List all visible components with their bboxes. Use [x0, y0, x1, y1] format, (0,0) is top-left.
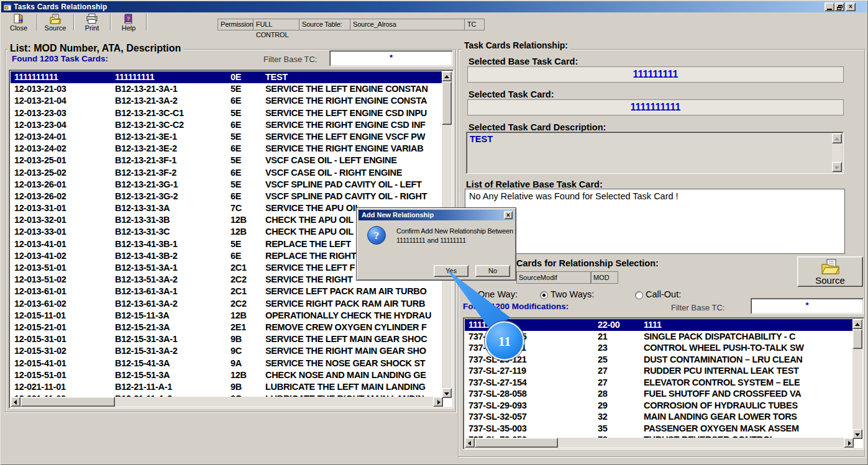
selection-source-button[interactable]: Source [797, 256, 863, 287]
scroll-left-button[interactable] [465, 438, 475, 448]
table-row[interactable]: 12-015-21-01B12-15-21-3A2E1REMOVE CREW O… [11, 322, 443, 333]
cell-tc: B12-15-21-3A [115, 322, 231, 333]
dialog-message-line1: Confirm Add New Relationship Between : [396, 227, 517, 235]
table-row[interactable]: 12-013-25-02B12-13-21-3F-26EVSCF CASE OI… [11, 167, 443, 179]
source-button-label: Source [45, 24, 66, 32]
scroll-right-button[interactable] [433, 397, 443, 407]
cell-ata: 22-00 [598, 319, 644, 331]
help-button[interactable]: ? Help [114, 13, 144, 32]
scroll-up-button[interactable] [832, 133, 842, 143]
restore-button[interactable] [834, 2, 844, 11]
table-row[interactable]: 737-SL-32-05732MAIN LANDING GEAR LOWER T… [465, 411, 854, 423]
selection-source-type-cell: MOD [591, 271, 618, 284]
step-annotation: 11 [427, 256, 534, 367]
source-folder-icon [49, 14, 62, 24]
table-row[interactable]: 737-SL-35-00335PASSENGER OXYGEN MASK ASS… [465, 423, 854, 435]
annotation-tail [447, 269, 511, 329]
scroll-thumb[interactable] [21, 397, 115, 407]
radio-two-ways[interactable] [540, 291, 548, 299]
cell-mod: 12-013-41-01 [11, 238, 115, 250]
table-row[interactable]: 12-013-61-02B12-13-61-3A-22C2SERVICE RIG… [11, 298, 443, 310]
cell-tc: B12-15-51-3A [115, 369, 231, 381]
cell-desc: 1111 [644, 319, 854, 331]
close-button[interactable]: Close [4, 13, 34, 32]
table-row[interactable]: 12-021-11-01B12-21-11-A-19BLUBRICATE THE… [11, 381, 443, 393]
cell-desc: ELEVATOR CONTROL SYSTEM – ELE [644, 377, 854, 389]
cell-desc: DUST CONTAMINATION – LRU CLEAN [644, 354, 854, 366]
left-hscrollbar[interactable] [11, 397, 443, 407]
filter-base-tc-input[interactable]: * [329, 50, 453, 66]
table-row[interactable]: 737-SL-29-09329CORROSION OF HYDRAULIC TU… [465, 400, 854, 412]
cell-ata: 0E [231, 71, 265, 83]
scroll-up-button[interactable] [852, 319, 862, 329]
close-button-label: Close [10, 24, 27, 32]
cell-mod: 12-015-11-01 [11, 310, 115, 322]
printer-icon [86, 14, 98, 24]
source-button[interactable]: Source [40, 13, 70, 32]
scroll-down-button[interactable] [442, 388, 452, 398]
cell-mod: 12-013-26-01 [11, 179, 115, 191]
cell-desc: SERVICE THE RIGHT ENGINE CONSTA [265, 95, 443, 107]
dialog-close-icon[interactable]: × [504, 211, 513, 219]
scroll-thumb[interactable] [475, 438, 558, 448]
table-row[interactable]: 12-013-61-01B12-13-61-3A-12C1SERVICE LEF… [11, 286, 443, 297]
svg-text:?: ? [127, 16, 130, 22]
scroll-down-button[interactable] [832, 162, 842, 172]
cell-desc: REMOVE CREW OXYGEN CYLINDER F [265, 322, 443, 333]
cell-mod: 737-SL-32-057 [465, 411, 598, 423]
application-window: Tasks Cards Relationship × Close So [0, 0, 868, 465]
cell-ata: 5E [231, 179, 265, 191]
cell-tc: B12-13-41-3B-1 [115, 238, 231, 250]
cell-ata: 5E [231, 83, 265, 95]
table-row[interactable]: 737-SL-27-15427ELEVATOR CONTROL SYSTEM –… [465, 377, 854, 389]
table-row[interactable]: 12-015-51-01B12-15-51-3A12BCHECK NOSE AN… [11, 369, 443, 381]
cell-tc: 111111111 [115, 71, 231, 83]
table-row[interactable]: 12-013-23-03B12-13-21-3C-C15ESERVICE THE… [11, 107, 443, 119]
scroll-left-button[interactable] [11, 397, 21, 407]
tc-cell: TC [464, 19, 485, 30]
cell-desc: SERVICE THE NOSE GEAR SHOCK ST [265, 358, 443, 369]
minimize-button[interactable] [825, 2, 834, 11]
table-row[interactable]: 12-015-41-01B12-15-41-3A9ASERVICE THE NO… [11, 358, 443, 369]
cell-ata: 6E [231, 250, 265, 262]
description-vscrollbar[interactable] [832, 133, 842, 172]
table-row[interactable]: 12-013-24-02B12-13-21-3E-26ESERVICE THE … [11, 143, 443, 155]
table-row[interactable]: 12-013-26-01B12-13-21-3G-15EVSCF SPLINE … [11, 179, 443, 191]
scroll-right-button[interactable] [844, 438, 854, 448]
scroll-thumb[interactable] [852, 329, 862, 349]
task-card-description-box[interactable]: TEST [466, 132, 844, 174]
filter-base-tc-label: Filter Base TC: [263, 55, 317, 64]
table-row[interactable]: 12-015-31-02B12-15-31-3A-29CSERVICE THE … [11, 345, 443, 357]
cell-mod: 12-013-24-01 [11, 131, 115, 143]
right-vscrollbar[interactable] [852, 319, 862, 439]
found-task-cards-text: Found 1203 Task Cards: [12, 54, 108, 63]
window-titlebar: Tasks Cards Relationship × [1, 1, 867, 12]
annotation-step-number: 11 [498, 334, 511, 349]
cell-desc: SINGLE PACK DISPATCHABILITY - C [644, 331, 854, 343]
cell-ata: 6E [231, 191, 265, 202]
table-row[interactable]: 737-SL-28-05828FUEL SHUTOFF AND CROSSFEE… [465, 388, 854, 400]
scroll-thumb[interactable] [442, 81, 452, 125]
filter-base-tc-input-right[interactable]: * [751, 298, 864, 314]
print-button[interactable]: Print [77, 13, 107, 32]
cell-mod: 737-SL-35-003 [465, 423, 598, 435]
table-row[interactable]: 12-015-11-01B12-15-11-3A12BOPERATIONALLY… [11, 310, 443, 322]
right-hscrollbar[interactable] [465, 438, 854, 448]
table-row[interactable]: 12-013-21-04B12-13-21-3A-26ESERVICE THE … [11, 95, 443, 107]
question-icon: ? [367, 225, 386, 248]
scroll-down-button[interactable] [852, 429, 862, 439]
table-row[interactable]: 12-013-26-02B12-13-21-3G-26EVSCF SPLINE … [11, 191, 443, 202]
table-row[interactable]: 11111111111111111110ETEST [11, 71, 443, 83]
table-row[interactable]: 12-013-21-03B12-13-21-3A-15ESERVICE THE … [11, 83, 443, 95]
scroll-up-button[interactable] [442, 71, 452, 81]
close-window-button[interactable]: × [846, 2, 856, 11]
cell-ata: 29 [598, 400, 644, 412]
radio-call-out[interactable] [635, 291, 643, 299]
table-row[interactable]: 12-013-25-01B12-13-21-3F-15EVSCF CASE OI… [11, 155, 443, 166]
table-row[interactable]: 12-013-23-04B12-13-21-3C-C26ESERVICE THE… [11, 119, 443, 131]
table-row[interactable]: 12-013-24-01B12-13-21-3E-15ESERVICE THE … [11, 131, 443, 143]
cell-tc: B12-13-21-3A-2 [115, 95, 231, 107]
relative-base-task-card-list[interactable]: No Any Relative was Found for Selected T… [465, 189, 845, 254]
cell-ata: 6E [231, 95, 265, 107]
table-row[interactable]: 12-015-31-01B12-15-31-3A-19BSERVICE THE … [11, 333, 443, 345]
